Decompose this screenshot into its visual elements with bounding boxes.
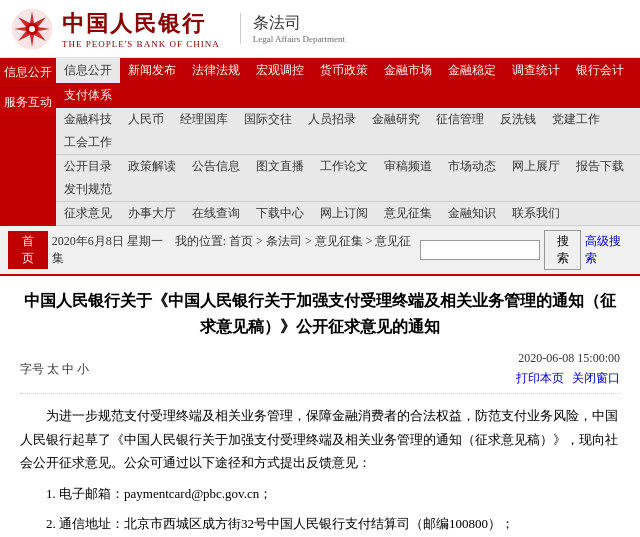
nav-item-banshiting[interactable]: 办事大厅 <box>120 202 184 225</box>
bank-name-en: THE PEOPLE'S BANK OF CHINA <box>62 39 220 49</box>
nav-item-jinrong-wending[interactable]: 金融稳定 <box>440 58 504 83</box>
nav-item-lianxi[interactable]: 联系我们 <box>504 202 568 225</box>
nav-item-dangjiangongzuo[interactable]: 党建工作 <box>544 108 608 131</box>
nav-item-baogao[interactable]: 报告下载 <box>568 155 632 178</box>
nav-item-gonghui[interactable]: 工会工作 <box>56 131 120 154</box>
page-header: 中国人民银行 THE PEOPLE'S BANK OF CHINA 条法司 Le… <box>0 0 640 58</box>
nav-item-gonggao[interactable]: 公告信息 <box>184 155 248 178</box>
article-date: 2020-06-08 15:00:00 <box>518 351 620 366</box>
search-button[interactable]: 搜索 <box>544 230 581 270</box>
nav-item-xiazai[interactable]: 下载中心 <box>248 202 312 225</box>
search-area: 搜索 高级搜索 <box>420 230 632 270</box>
bank-name-cn: 中国人民银行 <box>62 9 220 39</box>
nav-item-huobi[interactable]: 货币政策 <box>312 58 376 83</box>
article-title: 中国人民银行关于《中国人民银行关于加强支付受理终端及相关业务管理的通知（征求意见… <box>20 288 620 339</box>
svg-point-3 <box>29 26 35 32</box>
nav-item-xinwen[interactable]: 新闻发布 <box>120 58 184 83</box>
nav-item-tuwenzhibo[interactable]: 图文直播 <box>248 155 312 178</box>
nav-item-diaocha[interactable]: 调查统计 <box>504 58 568 83</box>
nav-item-wangshang[interactable]: 网上展厅 <box>504 155 568 178</box>
meta-right: 2020-06-08 15:00:00 打印本页 关闭窗口 <box>516 351 620 387</box>
nav-item-fakanGuifan[interactable]: 发刊规范 <box>56 178 120 201</box>
article-body: 为进一步规范支付受理终端及相关业务管理，保障金融消费者的合法权益，防范支付业务风… <box>20 404 620 537</box>
top-nav-row4: 征求意见 办事大厅 在线查询 下载中心 网上订阅 意见征集 金融知识 联系我们 <box>56 202 640 226</box>
article-content: 中国人民银行关于《中国人民银行关于加强支付受理终端及相关业务管理的通知（征求意见… <box>0 276 640 537</box>
close-link[interactable]: 关闭窗口 <box>572 370 620 387</box>
left-labels: 信息公开 服务互动 <box>0 58 56 226</box>
nav-item-renyuan[interactable]: 人员招录 <box>300 108 364 131</box>
breadcrumb-bar: 首页 2020年6月8日 星期一 我的位置: 首页 > 条法司 > 意见征集 >… <box>0 226 640 276</box>
advanced-search-link[interactable]: 高级搜索 <box>585 233 632 267</box>
top-nav-row1: 信息公开 新闻发布 法律法规 宏观调控 货币政策 金融市场 金融稳定 调查统计 … <box>56 58 640 108</box>
nav-item-zhifu[interactable]: 支付体系 <box>56 83 120 108</box>
nav-item-xinxigongkai[interactable]: 信息公开 <box>56 58 120 83</box>
nav-item-zhengxin[interactable]: 征信管理 <box>428 108 492 131</box>
top-nav-row3: 公开目录 政策解读 公告信息 图文直播 工作论文 审稿频道 市场动态 网上展厅 … <box>56 155 640 202</box>
main-nav-area: 信息公开 服务互动 信息公开 新闻发布 法律法规 宏观调控 货币政策 金融市场 … <box>0 58 640 226</box>
logo-area: 中国人民银行 THE PEOPLE'S BANK OF CHINA 条法司 Le… <box>10 7 345 51</box>
bank-emblem <box>10 7 54 51</box>
nav-item-jinrongyan[interactable]: 金融研究 <box>364 108 428 131</box>
nav-item-zhengqiuyijian[interactable]: 征求意见 <box>56 202 120 225</box>
nav-item-yinhang[interactable]: 银行会计 <box>568 58 632 83</box>
nav-item-fan-xi-qian[interactable]: 反洗钱 <box>492 108 544 131</box>
breadcrumb-left: 首页 2020年6月8日 星期一 我的位置: 首页 > 条法司 > 意见征集 >… <box>8 231 420 269</box>
breadcrumb-date: 2020年6月8日 星期一 我的位置: 首页 > 条法司 > 意见征集 > 意见… <box>52 233 420 267</box>
nav-item-hongguan[interactable]: 宏观调控 <box>248 58 312 83</box>
logo-text: 中国人民银行 THE PEOPLE'S BANK OF CHINA <box>62 9 220 49</box>
print-link[interactable]: 打印本页 <box>516 370 564 387</box>
body-paragraph-1: 为进一步规范支付受理终端及相关业务管理，保障金融消费者的合法权益，防范支付业务风… <box>20 404 620 474</box>
dept-name-cn: 条法司 <box>253 13 345 34</box>
nav-item-yijianzhenji[interactable]: 意见征集 <box>376 202 440 225</box>
nav-item-falv[interactable]: 法律法规 <box>184 58 248 83</box>
nav-item-shengao[interactable]: 审稿频道 <box>376 155 440 178</box>
top-nav-row2: 金融科技 人民币 经理国库 国际交往 人员招录 金融研究 征信管理 反洗钱 党建… <box>56 108 640 155</box>
nav-item-jinrongkeji[interactable]: 金融科技 <box>56 108 120 131</box>
nav-rows: 信息公开 新闻发布 法律法规 宏观调控 货币政策 金融市场 金融稳定 调查统计 … <box>56 58 640 226</box>
article-meta: 字号 太 中 小 2020-06-08 15:00:00 打印本页 关闭窗口 <box>20 351 620 394</box>
nav-item-renminbi[interactable]: 人民币 <box>120 108 172 131</box>
nav-item-shichang[interactable]: 市场动态 <box>440 155 504 178</box>
nav-item-wangshangdingyue[interactable]: 网上订阅 <box>312 202 376 225</box>
nav-item-jinglioku[interactable]: 经理国库 <box>172 108 236 131</box>
nav-item-guoji[interactable]: 国际交往 <box>236 108 300 131</box>
left-label-info[interactable]: 信息公开 <box>0 58 56 88</box>
doc-number: 字号 太 中 小 <box>20 361 89 378</box>
nav-item-zhengce[interactable]: 政策解读 <box>120 155 184 178</box>
item-1: 1. 电子邮箱：paymentcard@pbc.gov.cn； <box>20 482 620 505</box>
dept-name-en: Legal Affairs Department <box>253 34 345 44</box>
nav-item-jinrong-shichang[interactable]: 金融市场 <box>376 58 440 83</box>
left-label-service[interactable]: 服务互动 <box>0 88 56 118</box>
breadcrumb-date-text: 2020年6月8日 星期一 <box>52 234 163 248</box>
search-input[interactable] <box>420 240 540 260</box>
item-2: 2. 通信地址：北京市西城区成方街32号中国人民银行支付结算司（邮编100800… <box>20 512 620 535</box>
nav-item-gongkaimu[interactable]: 公开目录 <box>56 155 120 178</box>
home-button[interactable]: 首页 <box>8 231 48 269</box>
nav-item-lunwen[interactable]: 工作论文 <box>312 155 376 178</box>
nav-item-jinrongzhishi[interactable]: 金融知识 <box>440 202 504 225</box>
nav-item-zaixianchaxun[interactable]: 在线查询 <box>184 202 248 225</box>
print-close-area: 打印本页 关闭窗口 <box>516 370 620 387</box>
dept-info: 条法司 Legal Affairs Department <box>240 13 345 44</box>
